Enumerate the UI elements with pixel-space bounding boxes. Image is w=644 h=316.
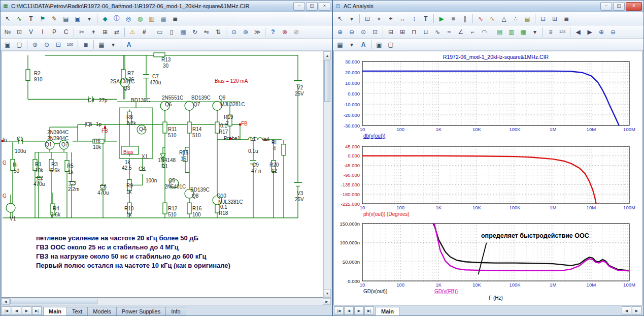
cursor-right-icon[interactable]: ▶	[584, 26, 595, 38]
power-icon[interactable]: P	[49, 26, 60, 38]
component-label[interactable]: G	[3, 160, 7, 166]
component-label[interactable]: 2N5551C	[162, 95, 183, 101]
component-label[interactable]: R20	[269, 162, 279, 168]
restore-button[interactable]: ◱	[306, 2, 318, 11]
component-label[interactable]: R18	[219, 210, 228, 216]
component-label[interactable]: 5.6k	[50, 168, 60, 173]
component-label[interactable]: 2N3904C	[47, 136, 69, 141]
node-voltages-icon[interactable]: V	[25, 26, 37, 38]
component-label[interactable]: Q7	[193, 102, 200, 107]
horizontal-scrollbar[interactable]: ◀ ▶	[1, 298, 331, 305]
new-sheet-icon[interactable]: ▭	[154, 26, 165, 38]
select-tool-icon[interactable]: ↖	[2, 13, 13, 24]
clipboard-copy-icon[interactable]: ▣	[374, 39, 385, 50]
component-label[interactable]: C1	[17, 136, 23, 142]
close-button[interactable]: ×	[319, 2, 330, 11]
component-label[interactable]: Q4	[139, 127, 146, 132]
mirror-icon[interactable]: ⇄	[111, 26, 122, 38]
cursor-mode-icon[interactable]: ⌖	[374, 13, 385, 24]
component-label[interactable]: 1k	[126, 212, 132, 217]
overlay-plots-icon[interactable]: ▦	[518, 26, 529, 38]
calculator-icon[interactable]: 123	[557, 26, 568, 38]
component-label[interactable]: D1	[161, 164, 168, 169]
component-label[interactable]: 1N4148	[158, 157, 176, 163]
close-button[interactable]: ×	[626, 2, 642, 11]
copy-icon[interactable]: ▣	[72, 13, 83, 24]
zoom-out-icon[interactable]: ⊖	[346, 26, 357, 38]
component-label[interactable]: R11	[168, 127, 177, 132]
restore-button[interactable]: ◱	[613, 2, 625, 11]
vertical-tag-icon[interactable]: ↕	[409, 13, 420, 24]
horizontal-axis-icon[interactable]: ⊟	[537, 13, 549, 24]
trim-top-icon[interactable]: ⊓	[409, 26, 420, 38]
info-icon[interactable]: ⓘ	[111, 13, 122, 24]
tab-info[interactable]: Info	[165, 307, 186, 315]
clipboard-copy-icon[interactable]: ▣	[2, 39, 13, 50]
component-label[interactable]: C8	[139, 166, 145, 172]
component-label[interactable]: 470u	[97, 190, 109, 196]
component-label[interactable]: 47 n	[251, 168, 261, 174]
component-label[interactable]: Ri	[13, 162, 17, 168]
currents-icon[interactable]: I	[37, 26, 48, 38]
component-label[interactable]: 42.5	[122, 165, 131, 171]
component-label[interactable]: C3	[70, 180, 76, 186]
magnify-out-icon[interactable]: ⊖	[607, 26, 619, 38]
component-label[interactable]: 10k	[93, 144, 101, 150]
select-dropdown-icon[interactable]: ▾	[346, 13, 357, 24]
find-next-icon[interactable]: ⊚	[240, 26, 251, 38]
slope-icon[interactable]: ∠	[455, 26, 466, 38]
component-label[interactable]: 1k	[126, 189, 132, 195]
data-points-icon[interactable]: ∴	[510, 13, 521, 24]
tracker-icon[interactable]: △	[498, 13, 510, 24]
peaks-icon[interactable]: ∿	[475, 13, 486, 24]
component-label[interactable]: R12	[168, 206, 177, 211]
trace-label[interactable]: GD(v(FB))	[434, 289, 458, 294]
component-label[interactable]: Bias	[123, 149, 133, 155]
component-label[interactable]: Q3	[123, 85, 130, 91]
component-label[interactable]: FB	[241, 121, 248, 127]
component-label[interactable]: C7	[152, 74, 159, 79]
component-label[interactable]: G	[3, 193, 7, 199]
component-label[interactable]: 470u	[33, 181, 45, 187]
component-label[interactable]: 2.2k	[126, 120, 136, 126]
component-label[interactable]: BD139C	[191, 95, 211, 101]
component-label[interactable]: C6	[100, 184, 107, 189]
zoom-auto-icon[interactable]: ⊙	[358, 26, 369, 38]
component-label[interactable]: In	[3, 137, 7, 143]
mode-dropdown-icon[interactable]: ▾	[84, 13, 95, 24]
grid-layout-dropdown-icon[interactable]: ▾	[346, 39, 357, 50]
component-label[interactable]: 100	[192, 212, 201, 217]
grid-layout-dropdown-icon[interactable]: ▾	[108, 39, 119, 50]
trace-label[interactable]: GD(v(out))	[363, 289, 387, 294]
component-label[interactable]: V1	[10, 216, 16, 222]
component-label[interactable]: 510	[192, 133, 201, 138]
envelope-icon[interactable]: ◠	[479, 26, 490, 38]
tab-main[interactable]: Main	[376, 307, 399, 315]
vertical-scrollbar[interactable]: ▲ ▼	[323, 51, 331, 298]
component-label[interactable]: R10	[124, 206, 133, 211]
font-icon[interactable]: A	[123, 39, 134, 50]
component-label[interactable]: MJL3281C	[220, 102, 245, 107]
component-label[interactable]: 2N3904C	[47, 130, 69, 135]
restore-view-icon[interactable]: ⊡	[369, 26, 381, 38]
scroll-right-icon[interactable]: ▶	[632, 306, 641, 315]
goto-icon[interactable]: ≫	[252, 26, 263, 38]
component-label[interactable]: 2N5401C	[164, 184, 186, 189]
minimize-button[interactable]: –	[293, 2, 305, 11]
tab-main[interactable]: Main	[43, 307, 67, 315]
wire-tool-icon[interactable]: ∿	[14, 13, 25, 24]
component-label[interactable]: R2	[34, 71, 41, 76]
crosshair-icon[interactable]: +	[88, 26, 99, 38]
waveform-icon[interactable]: ∿	[432, 26, 443, 38]
component-label[interactable]: 470u	[150, 80, 161, 85]
component-label[interactable]: 10k	[35, 168, 43, 173]
find-icon[interactable]: ⊙	[228, 26, 240, 38]
magnify-in-icon[interactable]: ⊕	[596, 26, 607, 38]
tab-models[interactable]: Models	[87, 307, 116, 315]
printer-icon[interactable]: ▤	[60, 13, 72, 24]
tab-text[interactable]: Text	[66, 307, 88, 315]
stack-plots-icon[interactable]: ▤	[494, 26, 505, 38]
component-label[interactable]: Q10	[217, 193, 226, 199]
component-label[interactable]: C2	[37, 175, 43, 181]
component-label[interactable]: 12	[272, 168, 277, 174]
